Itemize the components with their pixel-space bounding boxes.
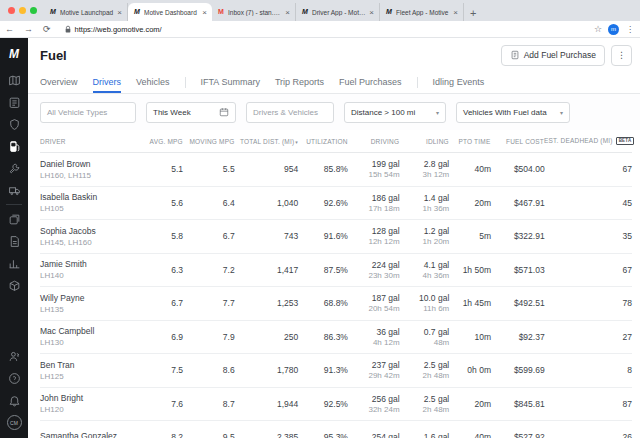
user-avatar[interactable]: CM xyxy=(7,415,22,430)
driver-name[interactable]: Isabella Baskin xyxy=(40,192,139,202)
table-header: DRIVER AVG. MPG MOVING MPG TOTAL DIST. (… xyxy=(40,130,632,153)
tab-title: Driver App - Motive xyxy=(312,9,366,16)
tab-idling-events[interactable]: Idling Events xyxy=(433,72,485,93)
col-idling[interactable]: IDLING xyxy=(399,138,449,145)
fuel-cost-cell: $571.03 xyxy=(491,265,545,275)
bookmark-star-icon[interactable]: ☆ xyxy=(588,24,608,34)
sidebar-item-dashboard[interactable] xyxy=(0,69,28,91)
table-row[interactable]: Daniel Brown LH160, LH115 5.1 5.5 954 85… xyxy=(40,153,632,187)
sidebar-item-fuel[interactable] xyxy=(0,135,28,157)
tab-fuel-purchases[interactable]: Fuel Purchases xyxy=(339,72,402,93)
table-body: Daniel Brown LH160, LH115 5.1 5.5 954 85… xyxy=(40,153,632,438)
table-row[interactable]: Sophia Jacobs LH145, LH160 5.8 6.7 743 9… xyxy=(40,220,632,254)
table-row[interactable]: Isabella Baskin LH105 5.6 6.4 1,040 92.6… xyxy=(40,187,632,221)
avg-mpg-cell: 7.6 xyxy=(139,399,183,409)
sidebar-item-marketplace[interactable] xyxy=(0,274,28,296)
col-fuel-cost[interactable]: FUEL COST xyxy=(490,138,544,145)
moving-mpg-cell: 8.6 xyxy=(183,365,235,375)
table-row[interactable]: Samantha Gonzalez 8.2 9.5 2,385 95.3% 25… xyxy=(40,421,632,438)
close-tab-icon[interactable]: × xyxy=(202,8,207,17)
col-avg-mpg[interactable]: AVG. MPG xyxy=(139,138,183,145)
driver-name[interactable]: Mac Campbell xyxy=(40,326,139,336)
table-row[interactable]: John Bright LH120 7.6 8.7 1,944 92.5% 25… xyxy=(40,388,632,422)
distance-filter[interactable]: Distance > 100 mi ▾ xyxy=(344,102,446,123)
col-est-deadhead[interactable]: EST. DEADHEAD (MI)BETA xyxy=(544,137,632,145)
driving-time: 20h 54m xyxy=(348,304,400,313)
tab-title: Inbox (7) - stan.marshal@trucki xyxy=(228,9,282,16)
driver-name[interactable]: Sophia Jacobs xyxy=(40,226,139,236)
browser-tab[interactable]: M Motive Launchpad × xyxy=(44,3,128,21)
driver-name[interactable]: Jamie Smith xyxy=(40,259,139,269)
col-total-dist[interactable]: TOTAL DIST. (MI)▾ xyxy=(234,138,298,145)
sidebar-item-notifications[interactable] xyxy=(0,389,28,411)
tab-vehicles[interactable]: Vehicles xyxy=(136,72,170,93)
close-tab-icon[interactable]: × xyxy=(285,8,290,17)
avg-mpg-cell: 6.3 xyxy=(139,265,183,275)
close-tab-icon[interactable]: × xyxy=(453,8,458,17)
sidebar-item-logs[interactable] xyxy=(0,91,28,113)
drivers-vehicles-filter[interactable]: Drivers & Vehicles xyxy=(246,102,334,123)
pto-time-cell: 0h 0m xyxy=(449,365,491,375)
sidebar-item-help[interactable] xyxy=(0,367,28,389)
sidebar-item-analytics[interactable] xyxy=(0,252,28,274)
browser-tab-active[interactable]: M Motive Dashboard × xyxy=(128,3,212,21)
col-moving-mpg[interactable]: MOVING MPG xyxy=(183,138,235,145)
sidebar-item-dispatch[interactable] xyxy=(0,179,28,201)
table-row[interactable]: Mac Campbell LH130 6.9 7.9 250 86.3% 36 … xyxy=(40,321,632,355)
fuel-data-filter[interactable]: Vehicles With Fuel data ▾ xyxy=(456,102,570,123)
distance-value: Distance > 100 mi xyxy=(351,108,415,117)
new-tab-button[interactable]: + xyxy=(464,7,484,21)
browser-tab[interactable]: M Driver App - Motive × xyxy=(296,3,380,21)
back-icon[interactable]: ← xyxy=(0,24,19,34)
sidebar-item-maintenance[interactable] xyxy=(0,157,28,179)
sidebar-item-admin[interactable] xyxy=(0,345,28,367)
add-fuel-purchase-label: Add Fuel Purchase xyxy=(524,50,596,60)
driver-name[interactable]: Willy Payne xyxy=(40,293,139,303)
close-tab-icon[interactable]: × xyxy=(117,8,122,17)
gmail-favicon-icon: M xyxy=(217,8,225,16)
driver-name[interactable]: John Bright xyxy=(40,393,139,403)
table-row[interactable]: Ben Tran LH125 7.5 8.6 1,780 91.3% 237 g… xyxy=(40,354,632,388)
moving-mpg-cell: 6.4 xyxy=(183,198,235,208)
avg-mpg-cell: 6.7 xyxy=(139,298,183,308)
table-row[interactable]: Willy Payne LH135 6.7 7.7 1,253 68.8% 18… xyxy=(40,287,632,321)
maximize-window-button[interactable] xyxy=(30,7,37,14)
close-window-button[interactable] xyxy=(8,7,15,14)
driving-cell: 187 gal 20h 54m xyxy=(348,293,400,313)
fuel-tab-bar: Overview Drivers Vehicles IFTA Summary T… xyxy=(28,72,640,94)
browser-tab[interactable]: M Fleet App - Motive × xyxy=(380,3,464,21)
driver-name[interactable]: Samantha Gonzalez xyxy=(40,431,139,438)
sidebar-item-safety[interactable] xyxy=(0,113,28,135)
window-controls[interactable] xyxy=(0,0,44,21)
browser-tab[interactable]: M Inbox (7) - stan.marshal@trucki × xyxy=(212,3,296,21)
forward-icon[interactable]: → xyxy=(19,24,38,34)
driver-name[interactable]: Ben Tran xyxy=(40,360,139,370)
tab-ifta-summary[interactable]: IFTA Summary xyxy=(201,72,260,93)
col-driver[interactable]: DRIVER xyxy=(40,138,139,145)
total-dist-cell: 1,040 xyxy=(235,198,299,208)
browser-profile-avatar[interactable]: m xyxy=(608,24,619,35)
tab-drivers[interactable]: Drivers xyxy=(93,72,122,93)
vehicle-types-filter[interactable]: All Vehicle Types xyxy=(40,102,136,123)
reload-icon[interactable]: ⟳ xyxy=(38,24,56,34)
more-actions-button[interactable]: ⋮ xyxy=(611,45,632,66)
sidebar-item-reports[interactable] xyxy=(0,230,28,252)
col-utilization[interactable]: UTILIZATION xyxy=(298,138,348,145)
moving-mpg-cell: 6.7 xyxy=(183,231,235,241)
motive-favicon-icon: M xyxy=(133,8,141,16)
tab-overview[interactable]: Overview xyxy=(40,72,78,93)
driver-name[interactable]: Daniel Brown xyxy=(40,159,139,169)
minimize-window-button[interactable] xyxy=(19,7,26,14)
table-row[interactable]: Jamie Smith LH140 6.3 7.2 1,417 87.5% 22… xyxy=(40,254,632,288)
col-pto-time[interactable]: PTO TIME xyxy=(449,138,491,145)
date-range-filter[interactable]: This Week xyxy=(146,102,236,123)
browser-menu-icon[interactable]: ⋮ xyxy=(624,25,640,34)
avg-mpg-cell: 5.1 xyxy=(139,164,183,174)
add-fuel-purchase-button[interactable]: Add Fuel Purchase xyxy=(501,45,605,66)
col-driving[interactable]: DRIVING xyxy=(348,138,400,145)
tab-trip-reports[interactable]: Trip Reports xyxy=(275,72,324,93)
idling-cell: 0.7 gal 48m xyxy=(400,327,450,347)
close-tab-icon[interactable]: × xyxy=(369,8,374,17)
url-field[interactable]: https://web.gomotive.com/ xyxy=(75,25,588,34)
sidebar-item-documents[interactable] xyxy=(0,208,28,230)
